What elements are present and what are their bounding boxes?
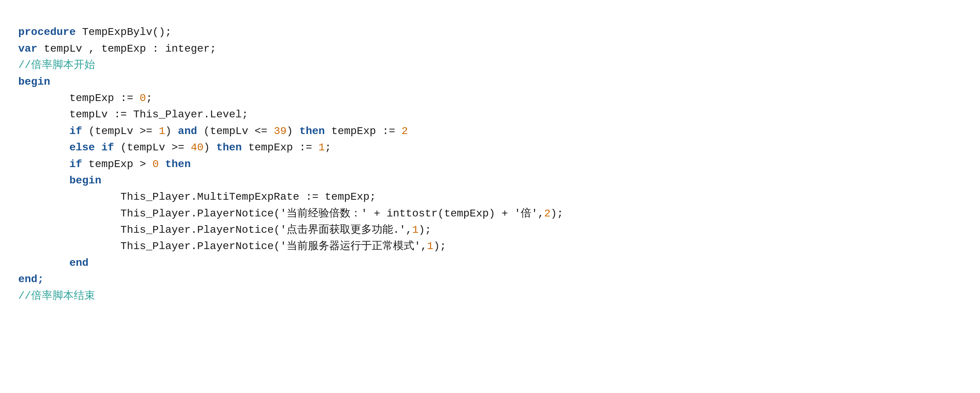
token-kw-blue: if — [69, 125, 88, 137]
line-content: else if (tempLv >= 40) then tempExp := 1… — [18, 139, 331, 156]
token-orange: 0 — [140, 92, 146, 104]
token-kw-blue: procedure — [18, 26, 82, 38]
code-line-3: //倍率脚本开始 — [11, 57, 969, 73]
token-normal: ); — [550, 208, 563, 219]
token-comment: //倍率脚本结束 — [18, 290, 95, 302]
token-normal: ) — [204, 142, 216, 154]
token-kw-blue: then — [216, 142, 248, 154]
code-line-10: begin — [11, 173, 969, 189]
code-line-9: if tempExp > 0 then — [11, 156, 969, 173]
token-normal: tempLv := This_Player.Level; — [69, 109, 248, 120]
token-orange: 2 — [544, 208, 550, 219]
token-normal: ); — [433, 240, 446, 252]
token-normal: (tempLv >= — [121, 142, 191, 154]
token-normal: ; — [146, 92, 153, 104]
token-normal: This_Player.PlayerNotice('当前服务器运行于正常模式', — [121, 240, 427, 252]
line-content: This_Player.PlayerNotice('当前服务器运行于正常模式',… — [18, 238, 446, 254]
token-kw-blue: begin — [69, 175, 101, 187]
line-content: if (tempLv >= 1) and (tempLv <= 39) then… — [18, 123, 408, 139]
line-content: var tempLv , tempExp : integer; — [18, 41, 216, 57]
line-content: end; — [18, 271, 44, 287]
code-line-12: This_Player.PlayerNotice('当前经验倍数：' + int… — [11, 205, 969, 222]
token-kw-blue: then — [165, 158, 191, 170]
token-normal: tempExp := — [69, 92, 140, 104]
token-normal: ); — [418, 224, 431, 236]
token-orange: 1 — [318, 142, 325, 154]
token-kw-blue: var — [18, 43, 44, 55]
code-line-11: This_Player.MultiTempExpRate := tempExp; — [11, 189, 969, 205]
code-line-2: var tempLv , tempExp : integer; — [11, 41, 969, 57]
token-kw-blue: end; — [18, 273, 44, 285]
code-line-15: end — [11, 255, 969, 271]
line-content: //倍率脚本结束 — [18, 288, 95, 304]
token-orange: 1 — [412, 224, 418, 236]
token-kw-blue: begin — [18, 76, 50, 88]
line-content: if tempExp > 0 then — [18, 156, 191, 173]
line-content: tempExp := 0; — [18, 90, 153, 106]
token-normal: This_Player.PlayerNotice('点击界面获取更多功能.', — [121, 224, 412, 236]
token-kw-blue: and — [178, 125, 204, 137]
token-normal: ; — [325, 142, 331, 154]
token-orange: 2 — [401, 125, 408, 137]
code-line-7: if (tempLv >= 1) and (tempLv <= 39) then… — [11, 123, 969, 139]
token-normal: tempExp > — [89, 158, 153, 170]
token-kw-blue: end — [69, 257, 88, 269]
line-content: This_Player.PlayerNotice('点击界面获取更多功能.',1… — [18, 222, 431, 238]
code-line-6: tempLv := This_Player.Level; — [11, 106, 969, 123]
line-content: end — [18, 255, 89, 271]
token-normal: tempExp := — [248, 142, 318, 154]
line-content: begin — [18, 74, 50, 90]
line-content: begin — [18, 173, 101, 189]
code-line-14: This_Player.PlayerNotice('当前服务器运行于正常模式',… — [11, 238, 969, 254]
line-content: This_Player.MultiTempExpRate := tempExp; — [18, 189, 376, 205]
token-normal: This_Player.MultiTempExpRate := tempExp; — [121, 191, 376, 203]
token-kw-blue: if — [69, 158, 88, 170]
token-normal: ) — [286, 125, 299, 137]
token-normal: tempExp := — [331, 125, 401, 137]
code-line-1: procedure TempExpBylv(); — [11, 24, 969, 40]
token-normal — [159, 158, 165, 170]
token-kw-blue: then — [299, 125, 331, 137]
code-line-8: else if (tempLv >= 40) then tempExp := 1… — [11, 139, 969, 156]
code-line-13: This_Player.PlayerNotice('点击界面获取更多功能.',1… — [11, 222, 969, 238]
token-normal: (tempLv <= — [204, 125, 274, 137]
token-orange: 39 — [274, 125, 286, 137]
code-editor: procedure TempExpBylv();var tempLv , tem… — [11, 8, 969, 304]
code-line-5: tempExp := 0; — [11, 90, 969, 106]
token-normal: (tempLv >= — [89, 125, 159, 137]
code-line-16: end; — [11, 271, 969, 287]
token-orange: 40 — [191, 142, 204, 154]
line-content: tempLv := This_Player.Level; — [18, 106, 248, 123]
line-content: This_Player.PlayerNotice('当前经验倍数：' + int… — [18, 205, 563, 222]
token-normal: This_Player.PlayerNotice('当前经验倍数：' + int… — [121, 208, 544, 219]
token-orange: 1 — [427, 240, 433, 252]
code-line-17: //倍率脚本结束 — [11, 288, 969, 304]
token-normal: TempExpBylv(); — [82, 26, 172, 38]
line-content: procedure TempExpBylv(); — [18, 24, 172, 40]
line-content: //倍率脚本开始 — [18, 57, 95, 73]
token-normal: ) — [165, 125, 178, 137]
token-orange: 1 — [159, 125, 165, 137]
code-line-4: begin — [11, 74, 969, 90]
token-orange: 0 — [153, 158, 159, 170]
token-normal: tempLv , tempExp : integer; — [44, 43, 216, 55]
token-comment: //倍率脚本开始 — [18, 59, 95, 71]
token-kw-blue: else if — [69, 142, 120, 154]
